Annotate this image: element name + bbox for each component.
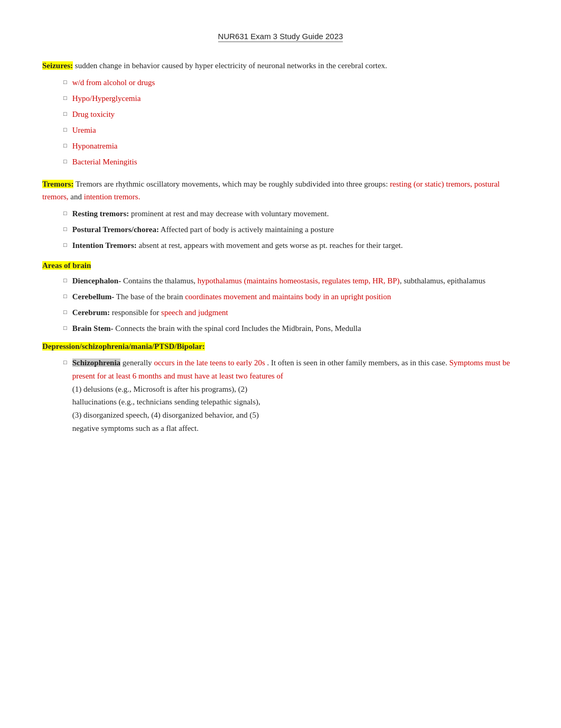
tremors-bullet-3: Intention Tremors: absent at rest, appea… <box>72 239 403 252</box>
tremors-intro: Tremors: Tremors are rhythmic oscillator… <box>42 178 519 203</box>
depression-list: Schizophrenia generally occurs in the la… <box>42 356 519 435</box>
tremors-group1: resting (or static) tremors, <box>390 180 472 188</box>
list-item: Intention Tremors: absent at rest, appea… <box>63 239 519 252</box>
tremors-label: Tremors: <box>42 180 73 188</box>
list-item: Resting tremors: prominent at rest and m… <box>63 207 519 220</box>
list-item: Hypo/Hyperglycemia <box>63 92 519 105</box>
depression-label-wrapper: Depression/schizophrenia/mania/PTSD/Bipo… <box>42 342 519 351</box>
schizo-part2: . It often is seen in other family membe… <box>265 358 450 367</box>
areas-section: Areas of brain Diencephalon- Contains th… <box>42 261 519 335</box>
tremors-bullet-1: Resting tremors: prominent at rest and m… <box>72 207 329 220</box>
depression-section: Depression/schizophrenia/mania/PTSD/Bipo… <box>42 342 519 435</box>
seizures-bullet-6: Bacterial Meningitis <box>72 155 137 168</box>
depression-label: Depression/schizophrenia/mania/PTSD/Bipo… <box>42 342 205 351</box>
tremors-intro-text: Tremors are rhythmic oscillatory movemen… <box>73 180 390 188</box>
list-item: Schizophrenia generally occurs in the la… <box>63 356 519 435</box>
areas-bullet-4: Brain Stem- Connects the brain with the … <box>72 322 361 335</box>
list-item: Cerebrum: responsible for speech and jud… <box>63 306 519 319</box>
areas-list: Diencephalon- Contains the thalamus, hyp… <box>42 274 519 335</box>
seizures-bullet-3: Drug toxicity <box>72 108 115 121</box>
tremors-list: Resting tremors: prominent at rest and m… <box>42 207 519 252</box>
schizophrenia-label: Schizophrenia <box>72 358 120 367</box>
schizo-part3: (1) delusions (e.g., Microsoft is after … <box>72 385 260 432</box>
schizo-part1: generally <box>120 358 154 367</box>
list-item: Bacterial Meningitis <box>63 155 519 168</box>
seizures-list: w/d from alcohol or drugs Hypo/Hyperglyc… <box>42 76 519 168</box>
seizures-section: Seizures: sudden change in behavior caus… <box>42 59 519 168</box>
list-item: Hyponatremia <box>63 140 519 152</box>
areas-label-wrapper: Areas of brain <box>42 261 519 270</box>
list-item: Drug toxicity <box>63 108 519 121</box>
seizures-bullet-1: w/d from alcohol or drugs <box>72 76 155 89</box>
schizo-highlight1: occurs in the late teens to early 20s <box>154 358 265 367</box>
areas-bullet-2: Cerebellum- The base of the brain coordi… <box>72 290 391 303</box>
tremors-and: and <box>69 192 84 201</box>
list-item: Diencephalon- Contains the thalamus, hyp… <box>63 274 519 287</box>
seizures-label: Seizures: <box>42 61 73 70</box>
page-title: NUR631 Exam 3 Study Guide 2023 <box>42 32 519 42</box>
areas-label: Areas of brain <box>42 261 91 270</box>
tremors-section: Tremors: Tremors are rhythmic oscillator… <box>42 178 519 252</box>
list-item: Brain Stem- Connects the brain with the … <box>63 322 519 335</box>
areas-bullet-1: Diencephalon- Contains the thalamus, hyp… <box>72 274 485 287</box>
seizures-description: sudden change in behavior caused by hype… <box>73 61 387 70</box>
seizures-bullet-4: Uremia <box>72 124 96 136</box>
list-item: Cerebellum- The base of the brain coordi… <box>63 290 519 303</box>
seizures-bullet-5: Hyponatremia <box>72 140 118 152</box>
list-item: Uremia <box>63 124 519 136</box>
tremors-group3: intention tremors. <box>84 192 141 201</box>
schizophrenia-block: Schizophrenia generally occurs in the la… <box>72 356 519 435</box>
seizures-intro: Seizures: sudden change in behavior caus… <box>42 59 519 72</box>
list-item: Postural Tremors/chorea: Affected part o… <box>63 223 519 236</box>
tremors-bullet-2: Postural Tremors/chorea: Affected part o… <box>72 223 334 236</box>
areas-bullet-3: Cerebrum: responsible for speech and jud… <box>72 306 228 319</box>
list-item: w/d from alcohol or drugs <box>63 76 519 89</box>
seizures-bullet-2: Hypo/Hyperglycemia <box>72 92 141 105</box>
